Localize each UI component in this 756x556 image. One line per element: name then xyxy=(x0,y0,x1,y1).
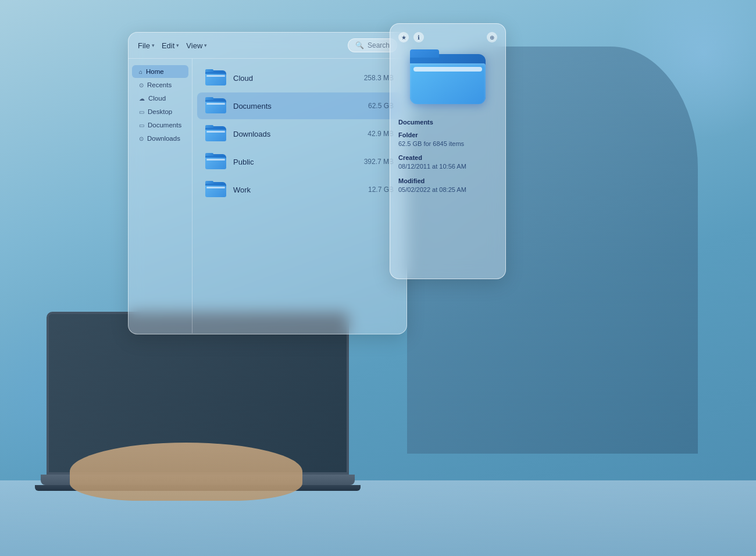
file-name: Downloads xyxy=(233,130,361,138)
info-created-section: Created 08/12/2011 at 10:56 AM xyxy=(398,154,497,171)
info-modified-value: 05/02/2022 at 08:25 AM xyxy=(398,186,497,194)
documents-icon: ▭ xyxy=(139,122,144,129)
home-icon: ⌂ xyxy=(139,69,142,75)
info-modified-section: Modified 05/02/2022 at 08:25 AM xyxy=(398,177,497,194)
folder-icon xyxy=(205,181,226,198)
desktop-icon: ▭ xyxy=(139,109,144,115)
table-row[interactable]: Work 12.7 GB xyxy=(197,176,402,203)
content-area: ⌂ Home ⊙ Recents ☁ Cloud ▭ Desktop ▭ Doc… xyxy=(129,59,406,333)
sidebar-item-desktop[interactable]: ▭ Desktop xyxy=(132,105,188,118)
folder-icon xyxy=(205,125,226,142)
info-modified-label: Modified xyxy=(398,177,497,184)
sidebar-item-home[interactable]: ⌂ Home xyxy=(132,65,188,78)
person-hands xyxy=(70,443,302,501)
info-action-icons: ★ ℹ xyxy=(398,32,424,42)
info-type-section: Folder 62.5 GB for 6845 items xyxy=(398,131,497,148)
info-created-value: 08/12/2011 at 10:56 AM xyxy=(398,162,497,171)
table-row[interactable]: Downloads 42.9 MB xyxy=(197,120,402,147)
sidebar-item-cloud[interactable]: ☁ Cloud xyxy=(132,92,188,105)
table-row[interactable]: Public 392.7 MB xyxy=(197,148,402,175)
star-button[interactable]: ★ xyxy=(398,32,409,42)
file-name: Documents xyxy=(233,102,361,111)
info-created-label: Created xyxy=(398,154,497,161)
cloud-icon: ☁ xyxy=(139,95,145,102)
folder-icon xyxy=(205,69,226,87)
file-name: Work xyxy=(233,186,361,194)
share-button[interactable]: ⊕ xyxy=(487,32,497,42)
recents-icon: ⊙ xyxy=(139,82,144,88)
sidebar-item-documents[interactable]: ▭ Documents xyxy=(132,119,188,131)
info-folder-name: Documents xyxy=(398,119,497,126)
search-placeholder: Search xyxy=(368,41,390,49)
table-row[interactable]: Documents 62.5 GB xyxy=(197,92,402,119)
toolbar: File Edit View 🔍 Search xyxy=(129,33,406,59)
edit-menu[interactable]: Edit xyxy=(162,41,179,50)
table-row[interactable]: Cloud 258.3 MB xyxy=(197,65,402,91)
search-icon: 🔍 xyxy=(355,41,364,49)
file-manager-window: File Edit View 🔍 Search ⌂ Home ⊙ Recents… xyxy=(128,32,407,334)
info-button[interactable]: ℹ xyxy=(413,32,424,42)
info-size-detail: 62.5 GB for 6845 items xyxy=(398,140,497,148)
file-name: Public xyxy=(233,158,357,166)
view-menu[interactable]: View xyxy=(186,41,207,50)
info-panel: ★ ℹ ⊕ Documents Folder 62.5 GB for 6845 … xyxy=(390,23,506,279)
sidebar-item-recents[interactable]: ⊙ Recents xyxy=(132,79,188,91)
file-list: Cloud 258.3 MB Documents 62.5 GB xyxy=(192,59,406,333)
file-menu[interactable]: File xyxy=(138,41,155,50)
info-panel-header: ★ ℹ ⊕ xyxy=(398,32,497,42)
sidebar-item-downloads[interactable]: ⊙ Downloads xyxy=(132,132,188,145)
folder-icon xyxy=(205,153,226,170)
info-folder-name-section: Documents xyxy=(398,119,497,126)
sidebar: ⌂ Home ⊙ Recents ☁ Cloud ▭ Desktop ▭ Doc… xyxy=(129,59,192,333)
folder-icon xyxy=(205,97,226,115)
file-name: Cloud xyxy=(233,74,357,83)
large-folder-icon xyxy=(410,49,486,111)
downloads-icon: ⊙ xyxy=(139,136,144,142)
info-type-label: Folder xyxy=(398,131,497,138)
